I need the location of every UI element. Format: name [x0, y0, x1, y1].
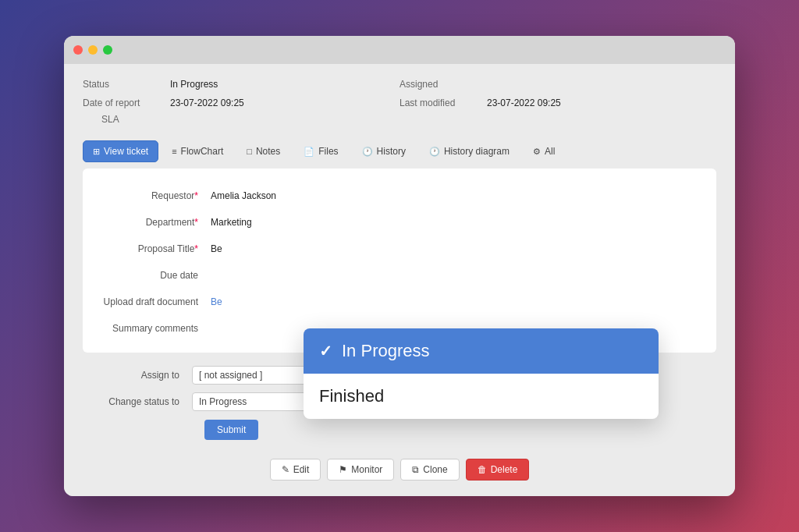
- tab-notes-label: Notes: [256, 146, 280, 157]
- proposal-title-value: Be: [211, 240, 698, 254]
- edit-icon: ✎: [282, 464, 289, 475]
- requestor-row: Requestor* Amelia Jackson: [101, 181, 698, 207]
- assigned-row: Assigned: [400, 76, 716, 92]
- assign-to-placeholder: [ not assigned ]: [199, 370, 262, 381]
- change-status-select[interactable]: In Progress ⬍: [192, 392, 317, 411]
- history-icon: 🕐: [362, 147, 373, 157]
- content-area: Status In Progress Assigned Date of repo…: [64, 64, 735, 496]
- status-label: Status: [83, 79, 161, 90]
- due-date-value: [211, 267, 698, 270]
- edit-label: Edit: [293, 464, 310, 475]
- assigned-label: Assigned: [400, 79, 478, 90]
- tab-history[interactable]: 🕐 History: [352, 140, 416, 162]
- all-icon: ⚙: [533, 147, 541, 157]
- dropdown-option-in-progress[interactable]: ✓ In Progress: [304, 328, 659, 374]
- proposal-title-label: Proposal Title*: [101, 240, 211, 254]
- summary-value: [211, 320, 698, 323]
- tabs-bar: ⊞ View ticket ≡ FlowChart □ Notes 📄 File…: [64, 134, 735, 168]
- date-of-report-value: 23-07-2022 09:25: [170, 98, 244, 108]
- sla-label: SLA: [83, 111, 716, 128]
- clone-icon: ⧉: [412, 464, 419, 475]
- dropdown-finished-label: Finished: [319, 386, 384, 406]
- requestor-label: Requestor*: [101, 187, 211, 201]
- traffic-lights: [73, 45, 112, 55]
- monitor-button[interactable]: ⚑ Monitor: [327, 459, 394, 481]
- change-status-label: Change status to: [83, 396, 192, 407]
- requestor-value: Amelia Jackson: [211, 187, 698, 201]
- department-value: Marketing: [211, 214, 698, 228]
- status-value: In Progress: [170, 79, 218, 90]
- titlebar: [64, 36, 735, 64]
- history-diagram-icon: 🕐: [429, 147, 440, 157]
- tab-flowchart-label: FlowChart: [181, 146, 224, 157]
- minimize-button[interactable]: [88, 45, 98, 55]
- due-date-label: Due date: [101, 267, 211, 281]
- status-dropdown[interactable]: ✓ In Progress Finished: [304, 328, 659, 419]
- maximize-button[interactable]: [103, 45, 112, 55]
- tab-notes[interactable]: □ Notes: [236, 140, 290, 162]
- submit-button[interactable]: Submit: [204, 420, 258, 440]
- tab-history-label: History: [377, 146, 406, 157]
- due-date-row: Due date: [101, 261, 698, 287]
- bottom-actions: ✎ Edit ⚑ Monitor ⧉ Clone 🗑 Delete: [64, 449, 735, 490]
- department-row: Department* Marketing: [101, 207, 698, 234]
- last-modified-value: 23-07-2022 09:25: [487, 98, 561, 108]
- delete-button[interactable]: 🗑 Delete: [466, 459, 530, 481]
- edit-button[interactable]: ✎ Edit: [270, 459, 321, 481]
- delete-icon: 🗑: [478, 464, 487, 475]
- delete-label: Delete: [491, 464, 518, 475]
- assign-to-label: Assign to: [83, 370, 192, 381]
- tab-history-diagram-label: History diagram: [444, 146, 510, 157]
- monitor-label: Monitor: [351, 464, 382, 475]
- proposal-title-row: Proposal Title* Be: [101, 234, 698, 261]
- clone-label: Clone: [423, 464, 447, 475]
- info-section: Status In Progress Assigned Date of repo…: [64, 64, 735, 134]
- tab-view-ticket[interactable]: ⊞ View ticket: [83, 140, 158, 162]
- dropdown-in-progress-label: In Progress: [342, 341, 430, 361]
- tab-files-label: Files: [318, 146, 338, 157]
- form-area: Requestor* Amelia Jackson Department* Ma…: [83, 168, 716, 353]
- notes-icon: □: [247, 147, 252, 156]
- dropdown-option-finished[interactable]: Finished: [304, 374, 659, 419]
- summary-label: Summary comments: [101, 320, 211, 334]
- last-modified-row: Last modified 23-07-2022 09:25: [400, 95, 716, 111]
- date-of-report-row: Date of report 23-07-2022 09:25: [83, 95, 400, 111]
- close-button[interactable]: [73, 45, 83, 55]
- view-ticket-icon: ⊞: [93, 147, 100, 157]
- monitor-icon: ⚑: [339, 464, 347, 475]
- tab-all-label: All: [545, 146, 555, 157]
- upload-label: Upload draft document: [101, 293, 211, 307]
- department-label: Department*: [101, 214, 211, 228]
- last-modified-label: Last modified: [400, 98, 478, 108]
- tab-all[interactable]: ⚙ All: [523, 140, 565, 162]
- files-icon: 📄: [304, 147, 314, 157]
- date-of-report-label: Date of report: [83, 98, 161, 108]
- info-grid: Status In Progress Assigned Date of repo…: [83, 76, 716, 111]
- main-window: Status In Progress Assigned Date of repo…: [64, 36, 735, 496]
- tab-history-diagram[interactable]: 🕐 History diagram: [419, 140, 520, 162]
- checkmark-icon: ✓: [319, 342, 332, 360]
- flowchart-icon: ≡: [172, 147, 176, 156]
- clone-button[interactable]: ⧉ Clone: [400, 459, 459, 481]
- tab-view-ticket-label: View ticket: [104, 146, 148, 157]
- status-row: Status In Progress: [83, 76, 400, 92]
- change-status-value: In Progress: [199, 396, 247, 407]
- tab-flowchart[interactable]: ≡ FlowChart: [162, 140, 233, 162]
- assign-to-select[interactable]: [ not assigned ] ⬍: [192, 366, 317, 385]
- tab-files[interactable]: 📄 Files: [293, 140, 348, 162]
- upload-value[interactable]: Be: [211, 293, 698, 307]
- upload-row: Upload draft document Be: [101, 287, 698, 314]
